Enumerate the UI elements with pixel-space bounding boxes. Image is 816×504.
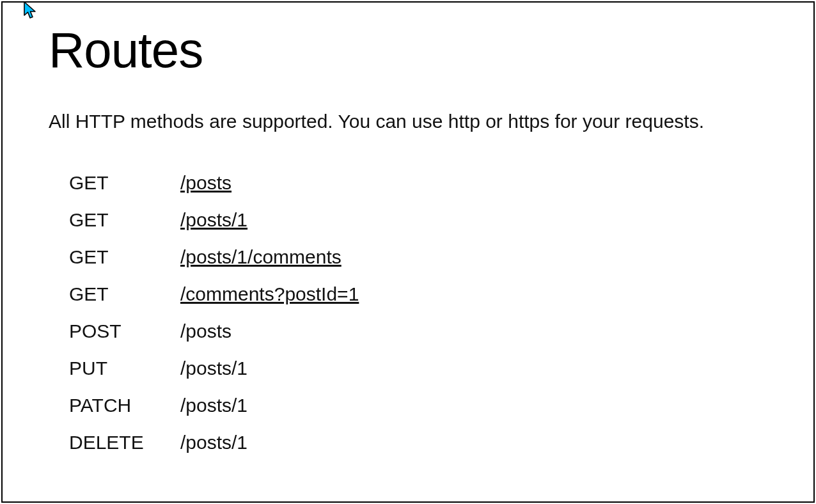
http-method: DELETE	[69, 432, 180, 453]
route-row: PUT /posts/1	[69, 358, 767, 379]
document-frame: Routes All HTTP methods are supported. Y…	[1, 1, 815, 503]
http-method: PUT	[69, 358, 180, 379]
route-path-link[interactable]: /posts/1/comments	[180, 246, 341, 268]
http-method: GET	[69, 246, 180, 268]
content-area: Routes All HTTP methods are supported. Y…	[3, 3, 813, 453]
route-path: /posts/1	[180, 358, 247, 379]
route-path: /posts/1	[180, 395, 247, 416]
route-row: GET /posts/1/comments	[69, 246, 767, 268]
route-row: GET /posts	[69, 172, 767, 194]
route-path-link[interactable]: /posts	[180, 172, 231, 194]
route-row: GET /comments?postId=1	[69, 283, 767, 305]
cursor-icon	[24, 1, 38, 22]
route-row: GET /posts/1	[69, 209, 767, 231]
http-method: GET	[69, 209, 180, 231]
route-path: /posts/1	[180, 432, 247, 453]
http-method: POST	[69, 320, 180, 342]
route-row: POST /posts	[69, 320, 767, 342]
description-text: All HTTP methods are supported. You can …	[49, 109, 767, 134]
http-method: PATCH	[69, 395, 180, 416]
route-path: /posts	[180, 320, 231, 342]
route-row: PATCH /posts/1	[69, 395, 767, 416]
route-path-link[interactable]: /posts/1	[180, 209, 247, 231]
route-path-link[interactable]: /comments?postId=1	[180, 283, 359, 305]
routes-table: GET /posts GET /posts/1 GET /posts/1/com…	[49, 172, 767, 453]
route-row: DELETE /posts/1	[69, 432, 767, 453]
http-method: GET	[69, 283, 180, 305]
page-title: Routes	[49, 23, 767, 78]
http-method: GET	[69, 172, 180, 194]
